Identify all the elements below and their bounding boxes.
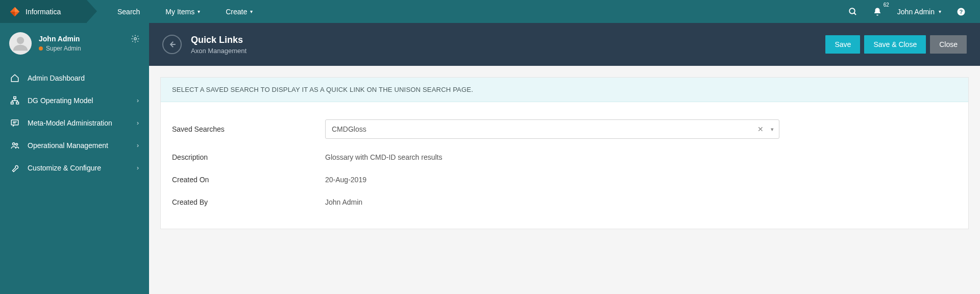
quick-link-form: Saved Searches CMDGloss ✕ ▾ Description …: [161, 102, 968, 229]
search-icon[interactable]: [848, 7, 857, 16]
clear-icon[interactable]: ✕: [757, 125, 764, 133]
svg-point-3: [849, 8, 855, 14]
chevron-down-icon: ▾: [939, 9, 941, 14]
hierarchy-icon: [10, 96, 19, 105]
label-saved-searches: Saved Searches: [172, 125, 325, 133]
brand-logo-icon: [9, 6, 20, 17]
page-header: Quick Links Axon Management Save Save & …: [149, 23, 980, 66]
label-created-on: Created On: [172, 176, 325, 184]
notifications-icon[interactable]: 62: [873, 7, 882, 16]
svg-rect-9: [14, 97, 16, 99]
back-button[interactable]: [162, 35, 182, 54]
chat-icon: [10, 118, 19, 128]
chevron-down-icon[interactable]: ▾: [771, 126, 774, 133]
chevron-down-icon: ▾: [198, 9, 200, 14]
label-description: Description: [172, 153, 325, 161]
nav-create[interactable]: Create▾: [226, 8, 253, 16]
sidebar-item-admin-dashboard[interactable]: Admin Dashboard: [0, 67, 149, 89]
sidebar-item-label: Meta-Model Administration: [28, 119, 112, 127]
wrench-icon: [10, 163, 19, 173]
sidebar-item-label: Admin Dashboard: [28, 74, 85, 82]
user-menu[interactable]: John Admin ▾: [897, 8, 941, 16]
sidebar-item-label: DG Operating Model: [28, 96, 93, 105]
top-bar: Informatica Search My Items▾ Create▾ 62 …: [0, 0, 980, 23]
value-description: Glossary with CMD-ID search results: [325, 153, 957, 161]
svg-marker-1: [15, 7, 19, 11]
sidebar-user-block: John Admin Super Admin: [0, 23, 149, 67]
value-created-on: 20-Aug-2019: [325, 176, 957, 184]
chevron-down-icon: ▾: [250, 9, 253, 14]
user-menu-name: John Admin: [897, 8, 935, 16]
svg-point-14: [16, 143, 18, 145]
svg-line-4: [854, 13, 856, 15]
svg-point-13: [13, 143, 15, 145]
svg-text:?: ?: [960, 8, 963, 14]
svg-point-7: [17, 37, 24, 44]
info-banner: SELECT A SAVED SEARCH TO DISPLAY IT AS A…: [161, 78, 968, 102]
svg-point-8: [134, 38, 137, 40]
page-title: Quick Links: [191, 35, 247, 45]
value-created-by: John Admin: [325, 198, 957, 206]
svg-rect-11: [16, 102, 19, 104]
help-icon[interactable]: ?: [957, 7, 966, 16]
chevron-right-icon: ›: [137, 97, 139, 104]
svg-rect-10: [11, 102, 14, 104]
sidebar-item-label: Operational Management: [28, 141, 108, 150]
svg-rect-12: [11, 120, 18, 125]
main-panel: Quick Links Axon Management Save Save & …: [149, 23, 980, 294]
chevron-right-icon: ›: [137, 164, 139, 172]
row-created-by: Created By John Admin: [172, 191, 957, 213]
row-created-on: Created On 20-Aug-2019: [172, 168, 957, 191]
brand-block[interactable]: Informatica: [0, 0, 87, 23]
sidebar-item-customize-configure[interactable]: Customize & Configure ›: [0, 157, 149, 179]
home-icon: [10, 74, 19, 83]
avatar: [9, 32, 32, 55]
sidebar-user-name: John Admin: [39, 35, 81, 43]
users-icon: [10, 141, 19, 150]
notification-count: 62: [884, 2, 889, 8]
close-button[interactable]: Close: [930, 35, 967, 54]
chevron-right-icon: ›: [137, 142, 139, 149]
top-nav: Search My Items▾ Create▾: [117, 0, 253, 23]
page-subtitle: Axon Management: [191, 47, 247, 55]
saved-searches-select[interactable]: CMDGloss ✕ ▾: [325, 119, 779, 139]
chevron-right-icon: ›: [137, 119, 139, 127]
topbar-right: 62 John Admin ▾ ?: [848, 0, 980, 23]
sidebar-user-role: Super Admin: [39, 45, 81, 52]
content-area: SELECT A SAVED SEARCH TO DISPLAY IT AS A…: [149, 66, 980, 294]
nav-my-items[interactable]: My Items▾: [165, 8, 200, 16]
sidebar-item-meta-model-administration[interactable]: Meta-Model Administration ›: [0, 112, 149, 134]
form-panel: SELECT A SAVED SEARCH TO DISPLAY IT AS A…: [160, 77, 969, 229]
save-and-close-button[interactable]: Save & Close: [864, 35, 926, 54]
svg-marker-2: [10, 12, 15, 16]
settings-gear-icon[interactable]: [131, 34, 140, 43]
save-button[interactable]: Save: [825, 35, 860, 54]
saved-searches-value: CMDGloss: [332, 125, 366, 133]
sidebar-item-operational-management[interactable]: Operational Management ›: [0, 134, 149, 157]
header-actions: Save Save & Close Close: [825, 35, 967, 54]
status-dot-icon: [39, 46, 43, 51]
row-saved-searches: Saved Searches CMDGloss ✕ ▾: [172, 112, 957, 146]
nav-search[interactable]: Search: [117, 8, 140, 16]
brand-name: Informatica: [26, 8, 61, 16]
sidebar-item-label: Customize & Configure: [28, 164, 101, 172]
row-description: Description Glossary with CMD-ID search …: [172, 146, 957, 168]
sidebar-item-dg-operating-model[interactable]: DG Operating Model ›: [0, 89, 149, 112]
sidebar: John Admin Super Admin Admin Dashboard D…: [0, 23, 149, 294]
label-created-by: Created By: [172, 198, 325, 206]
